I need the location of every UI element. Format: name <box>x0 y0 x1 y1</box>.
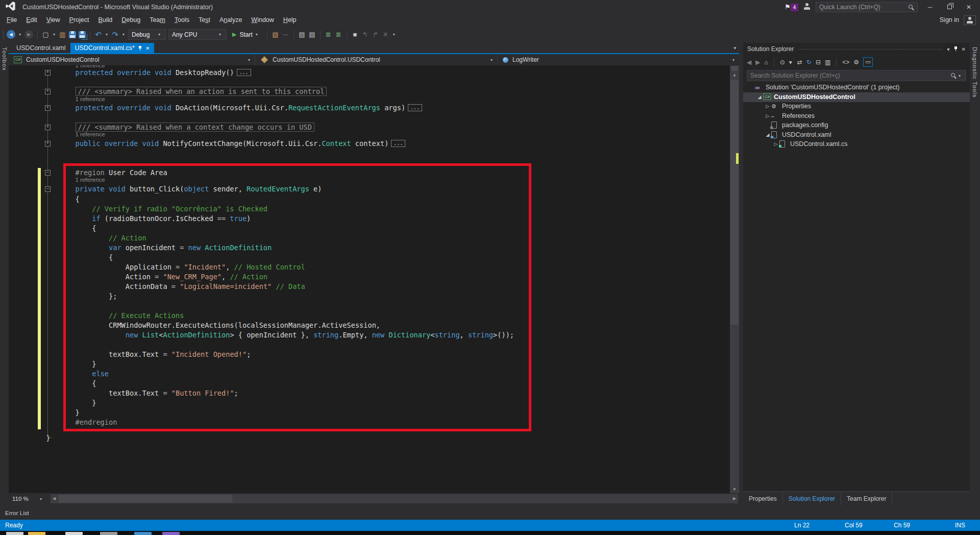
pin-icon[interactable] <box>138 45 142 51</box>
member-dropdown[interactable]: LogWriter ▾ <box>498 54 739 65</box>
tree-item-customusdhostedcontrol[interactable]: ◢CustomUSDHostedControl <box>743 92 970 102</box>
quick-launch-input[interactable]: Quick Launch (Ctrl+Q) <box>816 2 918 12</box>
editor-zoom-combo[interactable]: 110 % ▾ <box>9 493 47 504</box>
taskbar-icon[interactable] <box>6 532 23 535</box>
redo-caret-icon[interactable]: ▾ <box>121 32 126 37</box>
navigate-to-button[interactable]: ▤ <box>308 31 316 38</box>
menu-edit[interactable]: Edit <box>21 15 42 25</box>
panel-tab-solution-explorer[interactable]: Solution Explorer <box>783 492 841 505</box>
se-forward-button[interactable]: ▶ <box>755 59 760 66</box>
increase-indent-button[interactable]: ≣ <box>335 31 342 38</box>
toolbar-overflow-icon[interactable]: ▾ <box>392 32 396 37</box>
se-preview-selected-toggle[interactable]: ▭ <box>863 57 873 67</box>
code-line[interactable]: { <box>42 379 96 388</box>
se-home-button[interactable]: ⌂ <box>764 59 768 66</box>
undo-button[interactable]: ↶ <box>94 30 102 39</box>
tree-expanded-icon[interactable]: ◢ <box>765 132 771 137</box>
solution-explorer-search-input[interactable]: Search Solution Explorer (Ctrl+ç) ▾ <box>747 70 966 81</box>
toggle-bookmark-button[interactable]: ■ <box>351 31 359 38</box>
tree-expanded-icon[interactable]: ◢ <box>756 94 763 100</box>
menu-tools[interactable]: Tools <box>170 15 194 25</box>
project-dropdown[interactable]: C# CustomUSDHostedControl ▾ <box>9 54 255 65</box>
tree-item-properties[interactable]: ▷Properties <box>743 102 970 111</box>
save-button[interactable] <box>69 31 76 38</box>
taskbar-icon[interactable] <box>162 532 180 535</box>
scroll-left-icon[interactable]: ◀ <box>51 494 58 503</box>
tab-close-icon[interactable]: ✕ <box>145 45 150 51</box>
status-insert-mode[interactable]: INS <box>955 522 965 529</box>
scrollbar-thumb[interactable] <box>59 495 232 503</box>
feedback-button[interactable] <box>803 3 811 11</box>
sign-in-link[interactable]: Sign in <box>940 16 959 23</box>
tree-item-usdcontrol-xaml-cs[interactable]: ▷USDControl.xaml.cs <box>743 139 970 149</box>
open-file-button[interactable]: ▥ <box>59 31 66 38</box>
code-line[interactable]: /// <summary> Raised when an action is s… <box>42 87 327 96</box>
menu-analyze[interactable]: Analyze <box>215 15 247 25</box>
menu-view[interactable]: View <box>42 15 65 25</box>
panel-tab-team-explorer[interactable]: Team Explorer <box>841 492 892 505</box>
restore-button[interactable] <box>942 2 957 13</box>
se-scope-button[interactable]: ⊙ <box>780 59 785 66</box>
vertical-scrollbar[interactable]: ▲ ▼ <box>730 65 739 493</box>
solution-explorer-header[interactable]: Solution Explorer ▾ ✕ <box>743 43 970 55</box>
menu-project[interactable]: Project <box>65 15 94 25</box>
tree-collapsed-icon[interactable]: ▷ <box>765 104 771 109</box>
menu-help[interactable]: Help <box>279 15 301 25</box>
codelens-indicator[interactable]: 1 reference <box>42 96 105 103</box>
code-line[interactable]: } <box>42 433 50 443</box>
find-in-files-button[interactable]: ▤ <box>298 31 306 38</box>
code-line[interactable]: } <box>42 408 80 418</box>
toolbox-tab[interactable]: Toolbox <box>2 47 8 71</box>
status-character-number[interactable]: Ch 59 <box>894 522 910 529</box>
minimize-button[interactable]: ─ <box>923 2 937 13</box>
collapsed-comment[interactable]: /// <summary> Raised when a context chan… <box>76 123 314 132</box>
se-refresh-button[interactable]: ↻ <box>806 59 812 66</box>
code-line[interactable]: textBox.Text = "Button Fired!"; <box>42 388 238 398</box>
codelens-indicator[interactable]: 1 reference <box>42 131 105 138</box>
next-bookmark-button[interactable]: ↱ <box>372 31 379 38</box>
tree-item-solution-customusdhostedcontrol-1-project-[interactable]: Solution 'CustomUSDHostedControl' (1 pro… <box>743 83 970 92</box>
scrollbar-thumb[interactable] <box>730 80 739 325</box>
code-line[interactable]: protected override void DoAction(Microso… <box>42 103 422 113</box>
type-dropdown[interactable]: CustomUSDHostedControl.USDControl ▾ <box>255 54 498 65</box>
se-properties-button[interactable]: ▥ <box>825 59 830 66</box>
code-line[interactable]: } <box>42 359 96 369</box>
taskbar-icon[interactable] <box>100 532 117 535</box>
navigate-forward-button[interactable]: ▶ <box>24 30 33 39</box>
code-line[interactable]: private void button_Click(object sender,… <box>42 184 322 194</box>
break-all-button[interactable]: ─ <box>282 31 289 38</box>
panel-splitter[interactable] <box>739 43 743 505</box>
attach-process-button[interactable]: ▧ <box>272 31 279 38</box>
panel-tab-properties[interactable]: Properties <box>743 492 783 505</box>
error-list-bar[interactable]: Error List <box>0 506 980 520</box>
toolbar-grip[interactable] <box>3 31 4 39</box>
code-line[interactable]: protected override void DesktopReady()..… <box>42 68 251 78</box>
panel-close-icon[interactable]: ✕ <box>962 46 966 52</box>
code-editor[interactable]: +++++−− 1 referenceprotected override vo… <box>9 65 739 493</box>
tree-collapsed-icon[interactable]: ▷ <box>773 141 779 147</box>
tree-item-packages-config[interactable]: packages.config <box>743 120 970 130</box>
decrease-indent-button[interactable]: ≣ <box>325 31 332 38</box>
menu-test[interactable]: Test <box>194 15 215 25</box>
se-wrench-button[interactable]: ⚙ <box>853 59 859 66</box>
taskbar-icon[interactable] <box>28 532 45 535</box>
start-debug-button[interactable]: ▶ Start ▾ <box>229 31 263 38</box>
tree-collapsed-icon[interactable]: ▷ <box>765 113 771 118</box>
code-line[interactable]: public override void NotifyContextChange… <box>42 139 405 149</box>
close-button[interactable]: ✕ <box>962 2 976 13</box>
clear-bookmarks-button[interactable]: ✕ <box>382 31 389 38</box>
code-line[interactable]: CRMWindowRouter.ExecuteActions(localSess… <box>42 321 380 330</box>
new-file-caret-icon[interactable]: ▾ <box>52 32 56 37</box>
account-avatar[interactable] <box>964 15 976 25</box>
tab-overflow-icon[interactable]: ▾ <box>733 45 736 51</box>
navigate-back-caret-icon[interactable]: ▾ <box>18 32 22 37</box>
code-line[interactable]: { <box>42 253 113 262</box>
se-sync-button[interactable]: ⇄ <box>797 59 802 66</box>
code-line[interactable]: // Verify if radio "Ocorrência" is Check… <box>42 204 267 214</box>
scrollbar-splitter-grip[interactable] <box>731 67 738 70</box>
diagnostic-tools-tab[interactable]: Diagnostic Tools <box>972 47 978 98</box>
panel-menu-icon[interactable]: ▾ <box>947 46 950 52</box>
tree-item-usdcontrol-xaml[interactable]: ◢USDControl.xaml <box>743 130 970 140</box>
tree-item-references[interactable]: ▷References <box>743 111 970 121</box>
scroll-down-icon[interactable]: ▼ <box>730 486 739 493</box>
